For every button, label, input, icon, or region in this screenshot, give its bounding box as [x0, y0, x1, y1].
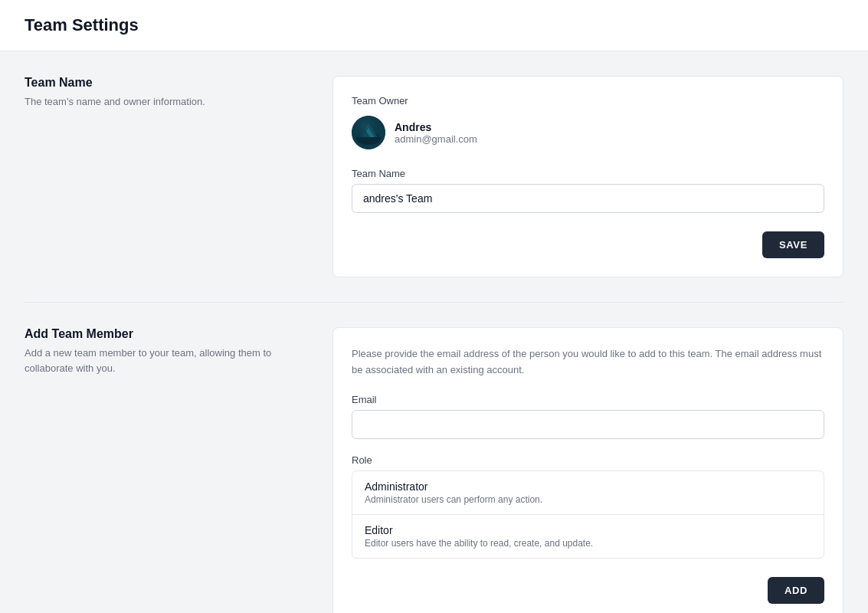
- team-name-field-label: Team Name: [352, 168, 824, 179]
- role-field-label: Role: [352, 454, 824, 466]
- add-member-section-title: Add Team Member: [25, 327, 308, 341]
- role-item-editor[interactable]: Editor Editor users have the ability to …: [352, 515, 824, 558]
- add-member-card: Please provide the email address of the …: [332, 327, 843, 613]
- team-name-card: Team Owner: [332, 76, 843, 277]
- role-item-administrator[interactable]: Administrator Administrator users can pe…: [352, 471, 824, 515]
- section-separator: [25, 302, 843, 303]
- team-name-section-desc: The team's name and owner information.: [25, 94, 308, 110]
- add-member-card-footer: ADD: [352, 577, 824, 604]
- add-button[interactable]: ADD: [768, 577, 824, 604]
- team-name-section-title: Team Name: [25, 76, 308, 90]
- svg-point-5: [352, 116, 385, 149]
- add-member-section: Add Team Member Add a new team member to…: [25, 327, 843, 613]
- owner-info: Andres admin@gmail.com: [395, 121, 477, 145]
- add-member-section-desc: Add a new team member to your team, allo…: [25, 346, 308, 375]
- team-name-section-left: Team Name The team's name and owner info…: [25, 76, 308, 277]
- role-list: Administrator Administrator users can pe…: [352, 470, 824, 559]
- email-field-label: Email: [352, 394, 824, 405]
- owner-row: Andres admin@gmail.com: [352, 116, 824, 149]
- team-name-section: Team Name The team's name and owner info…: [25, 76, 843, 277]
- team-name-card-footer: SAVE: [352, 231, 824, 258]
- team-name-input[interactable]: [352, 184, 824, 213]
- page-header: Team Settings: [0, 0, 868, 51]
- owner-email: admin@gmail.com: [395, 133, 477, 145]
- add-member-hint: Please provide the email address of the …: [352, 346, 824, 379]
- add-member-section-left: Add Team Member Add a new team member to…: [25, 327, 308, 613]
- role-desc-editor: Editor users have the ability to read, c…: [365, 538, 811, 549]
- avatar: [352, 116, 385, 149]
- owner-name: Andres: [395, 121, 477, 133]
- save-button[interactable]: SAVE: [762, 231, 824, 258]
- team-owner-label: Team Owner: [352, 95, 824, 107]
- email-input[interactable]: [352, 410, 824, 439]
- page-title: Team Settings: [25, 15, 843, 35]
- role-name-administrator: Administrator: [365, 480, 811, 493]
- role-desc-administrator: Administrator users can perform any acti…: [365, 494, 811, 505]
- page-content: Team Name The team's name and owner info…: [0, 51, 868, 613]
- role-name-editor: Editor: [365, 524, 811, 536]
